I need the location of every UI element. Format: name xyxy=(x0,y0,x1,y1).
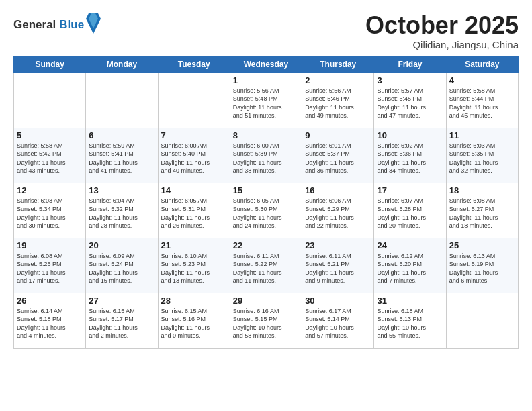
day-info: Sunrise: 5:58 AM Sunset: 5:42 PM Dayligh… xyxy=(17,142,83,175)
calendar-day-header: Thursday xyxy=(302,56,374,73)
day-number: 13 xyxy=(89,185,154,195)
calendar-week-row: 26Sunrise: 6:14 AM Sunset: 5:18 PM Dayli… xyxy=(14,293,519,348)
day-number: 8 xyxy=(233,130,299,140)
day-info: Sunrise: 6:05 AM Sunset: 5:31 PM Dayligh… xyxy=(161,197,227,230)
day-info: Sunrise: 6:11 AM Sunset: 5:21 PM Dayligh… xyxy=(305,252,371,285)
calendar-cell xyxy=(86,73,158,128)
day-number: 21 xyxy=(161,240,227,250)
day-info: Sunrise: 6:15 AM Sunset: 5:17 PM Dayligh… xyxy=(89,307,154,340)
day-info: Sunrise: 6:08 AM Sunset: 5:25 PM Dayligh… xyxy=(17,252,83,285)
calendar-cell: 16Sunrise: 6:06 AM Sunset: 5:29 PM Dayli… xyxy=(302,183,374,238)
calendar-cell: 24Sunrise: 6:12 AM Sunset: 5:20 PM Dayli… xyxy=(374,238,446,293)
calendar-cell xyxy=(446,293,518,348)
calendar-cell: 25Sunrise: 6:13 AM Sunset: 5:19 PM Dayli… xyxy=(446,238,518,293)
calendar-cell xyxy=(158,73,230,128)
logo: General Blue xyxy=(13,15,101,34)
day-info: Sunrise: 6:03 AM Sunset: 5:35 PM Dayligh… xyxy=(449,142,515,175)
calendar-cell: 14Sunrise: 6:05 AM Sunset: 5:31 PM Dayli… xyxy=(158,183,230,238)
day-info: Sunrise: 6:11 AM Sunset: 5:22 PM Dayligh… xyxy=(233,252,299,285)
calendar-cell: 26Sunrise: 6:14 AM Sunset: 5:18 PM Dayli… xyxy=(14,293,86,348)
month-title: October 2025 xyxy=(365,12,519,39)
day-info: Sunrise: 6:18 AM Sunset: 5:13 PM Dayligh… xyxy=(377,307,443,340)
day-info: Sunrise: 6:10 AM Sunset: 5:23 PM Dayligh… xyxy=(161,252,227,285)
day-info: Sunrise: 6:15 AM Sunset: 5:16 PM Dayligh… xyxy=(161,307,227,340)
calendar-header-row: SundayMondayTuesdayWednesdayThursdayFrid… xyxy=(14,56,519,73)
calendar-cell: 19Sunrise: 6:08 AM Sunset: 5:25 PM Dayli… xyxy=(14,238,86,293)
day-number: 19 xyxy=(17,240,83,250)
calendar-cell: 15Sunrise: 6:05 AM Sunset: 5:30 PM Dayli… xyxy=(230,183,302,238)
day-info: Sunrise: 6:02 AM Sunset: 5:36 PM Dayligh… xyxy=(377,142,443,175)
calendar-day-header: Sunday xyxy=(14,56,86,73)
calendar-cell: 5Sunrise: 5:58 AM Sunset: 5:42 PM Daylig… xyxy=(14,128,86,183)
calendar-cell: 21Sunrise: 6:10 AM Sunset: 5:23 PM Dayli… xyxy=(158,238,230,293)
day-info: Sunrise: 6:17 AM Sunset: 5:14 PM Dayligh… xyxy=(305,307,371,340)
calendar-week-row: 19Sunrise: 6:08 AM Sunset: 5:25 PM Dayli… xyxy=(14,238,519,293)
day-info: Sunrise: 6:05 AM Sunset: 5:30 PM Dayligh… xyxy=(233,197,299,230)
day-number: 18 xyxy=(449,185,515,195)
day-info: Sunrise: 6:16 AM Sunset: 5:15 PM Dayligh… xyxy=(233,307,299,340)
calendar-day-header: Friday xyxy=(374,56,446,73)
calendar-cell: 6Sunrise: 5:59 AM Sunset: 5:41 PM Daylig… xyxy=(86,128,158,183)
day-number: 30 xyxy=(305,295,371,306)
day-number: 27 xyxy=(89,295,154,306)
day-info: Sunrise: 6:06 AM Sunset: 5:29 PM Dayligh… xyxy=(305,197,371,230)
day-info: Sunrise: 5:58 AM Sunset: 5:44 PM Dayligh… xyxy=(449,87,515,120)
calendar-cell: 11Sunrise: 6:03 AM Sunset: 5:35 PM Dayli… xyxy=(446,128,518,183)
day-info: Sunrise: 6:14 AM Sunset: 5:18 PM Dayligh… xyxy=(17,307,83,340)
day-info: Sunrise: 6:03 AM Sunset: 5:34 PM Dayligh… xyxy=(17,197,83,230)
day-number: 14 xyxy=(161,185,227,195)
header: General Blue October 2025 Qilidian, Jian… xyxy=(13,12,519,50)
calendar-table: SundayMondayTuesdayWednesdayThursdayFrid… xyxy=(13,56,519,349)
calendar-cell: 22Sunrise: 6:11 AM Sunset: 5:22 PM Dayli… xyxy=(230,238,302,293)
day-number: 4 xyxy=(449,75,515,85)
day-number: 20 xyxy=(89,240,154,250)
calendar-cell: 31Sunrise: 6:18 AM Sunset: 5:13 PM Dayli… xyxy=(374,293,446,348)
calendar-cell: 30Sunrise: 6:17 AM Sunset: 5:14 PM Dayli… xyxy=(302,293,374,348)
day-number: 24 xyxy=(377,240,443,250)
calendar-cell: 3Sunrise: 5:57 AM Sunset: 5:45 PM Daylig… xyxy=(374,73,446,128)
logo-blue: Blue xyxy=(59,18,84,31)
calendar-cell: 8Sunrise: 6:00 AM Sunset: 5:39 PM Daylig… xyxy=(230,128,302,183)
day-info: Sunrise: 6:13 AM Sunset: 5:19 PM Dayligh… xyxy=(449,252,515,285)
day-info: Sunrise: 5:57 AM Sunset: 5:45 PM Dayligh… xyxy=(377,87,443,120)
day-info: Sunrise: 6:07 AM Sunset: 5:28 PM Dayligh… xyxy=(377,197,443,230)
calendar-page: General Blue October 2025 Qilidian, Jian… xyxy=(0,0,532,411)
calendar-day-header: Monday xyxy=(86,56,158,73)
day-number: 10 xyxy=(377,130,443,140)
day-number: 5 xyxy=(17,130,83,140)
calendar-week-row: 5Sunrise: 5:58 AM Sunset: 5:42 PM Daylig… xyxy=(14,128,519,183)
day-number: 31 xyxy=(377,295,443,306)
day-number: 23 xyxy=(305,240,371,250)
day-number: 6 xyxy=(89,130,154,140)
day-number: 2 xyxy=(305,75,371,85)
calendar-day-header: Tuesday xyxy=(158,56,230,73)
calendar-cell: 18Sunrise: 6:08 AM Sunset: 5:27 PM Dayli… xyxy=(446,183,518,238)
calendar-day-header: Saturday xyxy=(446,56,518,73)
calendar-cell: 2Sunrise: 5:56 AM Sunset: 5:46 PM Daylig… xyxy=(302,73,374,128)
logo-general: General xyxy=(13,18,56,31)
calendar-cell: 1Sunrise: 5:56 AM Sunset: 5:48 PM Daylig… xyxy=(230,73,302,128)
day-number: 28 xyxy=(161,295,227,306)
logo-text: General Blue xyxy=(13,17,84,32)
calendar-cell: 7Sunrise: 6:00 AM Sunset: 5:40 PM Daylig… xyxy=(158,128,230,183)
calendar-cell: 12Sunrise: 6:03 AM Sunset: 5:34 PM Dayli… xyxy=(14,183,86,238)
day-info: Sunrise: 6:04 AM Sunset: 5:32 PM Dayligh… xyxy=(89,197,154,230)
calendar-cell: 17Sunrise: 6:07 AM Sunset: 5:28 PM Dayli… xyxy=(374,183,446,238)
title-block: October 2025 Qilidian, Jiangsu, China xyxy=(365,12,519,50)
day-number: 17 xyxy=(377,185,443,195)
calendar-week-row: 12Sunrise: 6:03 AM Sunset: 5:34 PM Dayli… xyxy=(14,183,519,238)
day-info: Sunrise: 6:00 AM Sunset: 5:39 PM Dayligh… xyxy=(233,142,299,175)
calendar-cell: 4Sunrise: 5:58 AM Sunset: 5:44 PM Daylig… xyxy=(446,73,518,128)
calendar-cell: 9Sunrise: 6:01 AM Sunset: 5:37 PM Daylig… xyxy=(302,128,374,183)
calendar-week-row: 1Sunrise: 5:56 AM Sunset: 5:48 PM Daylig… xyxy=(14,73,519,128)
day-number: 25 xyxy=(449,240,515,250)
day-number: 3 xyxy=(377,75,443,85)
day-info: Sunrise: 5:56 AM Sunset: 5:46 PM Dayligh… xyxy=(305,87,371,120)
calendar-cell: 29Sunrise: 6:16 AM Sunset: 5:15 PM Dayli… xyxy=(230,293,302,348)
day-info: Sunrise: 5:56 AM Sunset: 5:48 PM Dayligh… xyxy=(233,87,299,120)
day-number: 12 xyxy=(17,185,83,195)
day-number: 26 xyxy=(17,295,83,306)
day-number: 15 xyxy=(233,185,299,195)
day-info: Sunrise: 6:09 AM Sunset: 5:24 PM Dayligh… xyxy=(89,252,154,285)
calendar-cell: 23Sunrise: 6:11 AM Sunset: 5:21 PM Dayli… xyxy=(302,238,374,293)
